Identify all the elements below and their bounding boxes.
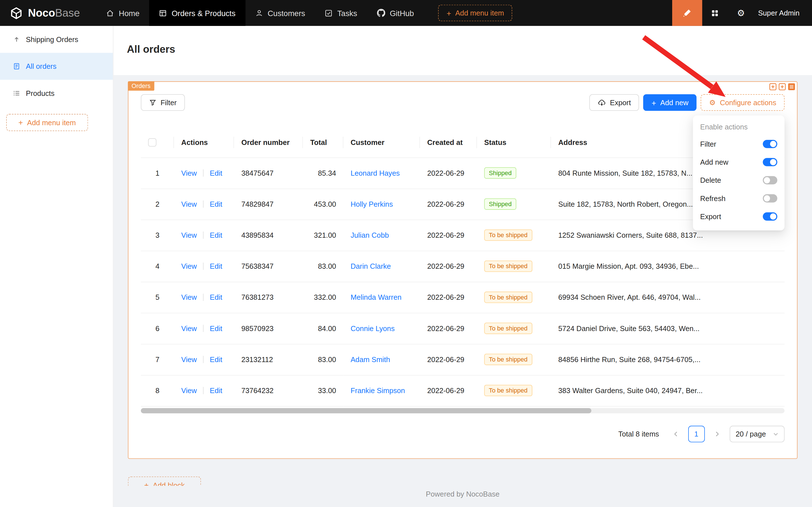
table-row: 3 ViewEdit 43895834 321.00 Julian Cobb 2… [141,220,785,251]
nav-item-label: GitHub [390,8,414,17]
nocobase-logo-icon [9,6,23,20]
total-cell: 321.00 [303,220,343,251]
edit-link[interactable]: Edit [210,324,222,332]
refresh-toggle[interactable] [763,194,777,202]
edit-link[interactable]: Edit [210,293,222,301]
total-cell: 33.00 [303,375,343,406]
page-size-select[interactable]: 20 / page [730,426,785,442]
customer-link[interactable]: Holly Perkins [350,200,393,208]
row-index: 7 [141,344,174,375]
sidebar-item-label: All orders [26,62,57,70]
user-menu[interactable]: Super Admin [754,9,812,17]
next-page-button[interactable] [709,426,726,442]
horizontal-scrollbar[interactable] [141,408,785,413]
filter-button[interactable]: Filter [141,94,185,111]
nav-item-customers[interactable]: Customers [245,0,315,26]
col-created-at: Created at [420,127,477,158]
add-block-button[interactable]: + Add block [128,476,201,486]
address-cell: 69934 Schoen River, Apt. 646, 49704, Wal… [551,282,785,313]
chevron-down-icon [773,431,778,436]
settings-button[interactable]: ⚙ [728,0,754,26]
customer-link[interactable]: Connie Lyons [350,324,395,332]
customer-link[interactable]: Julian Cobb [350,231,389,239]
view-link[interactable]: View [181,169,197,177]
customer-link[interactable]: Darin Clarke [350,262,391,270]
customer-link[interactable]: Frankie Simpson [350,386,405,394]
total-cell: 453.00 [303,189,343,220]
view-link[interactable]: View [181,386,197,394]
gear-icon: ⚙ [737,8,745,17]
customer-cell: Melinda Warren [343,282,420,313]
ui-editor-toggle-button[interactable] [672,0,702,26]
edit-link[interactable]: Edit [210,355,222,363]
select-all-checkbox[interactable] [148,138,156,147]
created-at-cell: 2022-06-29 [420,220,477,251]
total-cell: 332.00 [303,282,343,313]
view-link[interactable]: View [181,262,197,270]
view-link[interactable]: View [181,231,197,239]
row-actions: ViewEdit [174,375,234,406]
table-header-row: Actions Order number Total Customer Crea… [141,127,785,158]
view-link[interactable]: View [181,355,197,363]
github-icon [377,9,385,17]
sidebar-add-menu-item-button[interactable]: + Add menu item [6,114,88,131]
edit-link[interactable]: Edit [210,386,222,394]
sidebar-item-all-orders[interactable]: All orders [0,53,113,80]
edit-link[interactable]: Edit [210,231,222,239]
filter-toggle[interactable] [763,139,777,148]
created-at-cell: 2022-06-29 [420,375,477,406]
edit-link[interactable]: Edit [210,169,222,177]
arrow-up-icon [13,36,20,43]
block-designer-toolbar [769,83,796,91]
nav-item-github[interactable]: GitHub [367,0,424,26]
customer-link[interactable]: Adam Smith [350,355,390,363]
status-cell: To be shipped [477,344,551,375]
block-menu-icon[interactable] [788,83,796,91]
created-at-cell: 2022-06-29 [420,344,477,375]
plus-square-icon[interactable] [769,83,777,91]
sidebar-item-shipping-orders[interactable]: Shipping Orders [0,26,113,53]
col-status: Status [477,127,551,158]
block-designer-label: Orders [128,81,154,91]
view-link[interactable]: View [181,324,197,332]
nav-item-tasks[interactable]: Tasks [315,0,367,26]
nocobase-logo[interactable]: NocoBase [0,0,90,26]
add-menu-item-button[interactable]: + Add menu item [439,5,513,21]
add-new-button[interactable]: + Add new [643,94,697,111]
sidebar-item-products[interactable]: Products [0,80,113,107]
row-actions: ViewEdit [174,251,234,282]
customer-link[interactable]: Leonard Hayes [350,169,400,177]
created-at-cell: 2022-06-29 [420,313,477,344]
created-at-cell: 2022-06-29 [420,251,477,282]
status-badge: To be shipped [484,261,532,272]
plugin-manager-button[interactable] [702,0,728,26]
customer-cell: Darin Clarke [343,251,420,282]
divider [203,231,204,239]
nav-item-home[interactable]: Home [97,0,149,26]
add-new-toggle[interactable] [763,158,777,166]
prev-page-button[interactable] [668,426,684,442]
status-badge: To be shipped [484,385,532,396]
nav-item-orders-products[interactable]: Orders & Products [150,0,245,26]
status-cell: Shipped [477,189,551,220]
export-button[interactable]: Export [589,94,639,111]
current-page-button[interactable]: 1 [688,426,705,442]
edit-link[interactable]: Edit [210,200,222,208]
customer-cell: Julian Cobb [343,220,420,251]
order-number-cell: 76381273 [234,282,303,313]
row-actions: ViewEdit [174,189,234,220]
export-toggle[interactable] [763,212,777,220]
customers-icon [255,9,263,17]
view-link[interactable]: View [181,200,197,208]
edit-link[interactable]: Edit [210,262,222,270]
created-at-cell: 2022-06-29 [420,282,477,313]
plus-square-icon[interactable] [778,83,786,91]
row-actions: ViewEdit [174,157,234,188]
delete-toggle[interactable] [763,176,777,184]
order-number-cell: 98570923 [234,313,303,344]
view-link[interactable]: View [181,293,197,301]
configure-actions-button[interactable]: ⚙ Configure actions [701,94,785,111]
scrollbar-thumb[interactable] [141,408,591,413]
col-total: Total [303,127,343,158]
customer-link[interactable]: Melinda Warren [350,293,402,301]
